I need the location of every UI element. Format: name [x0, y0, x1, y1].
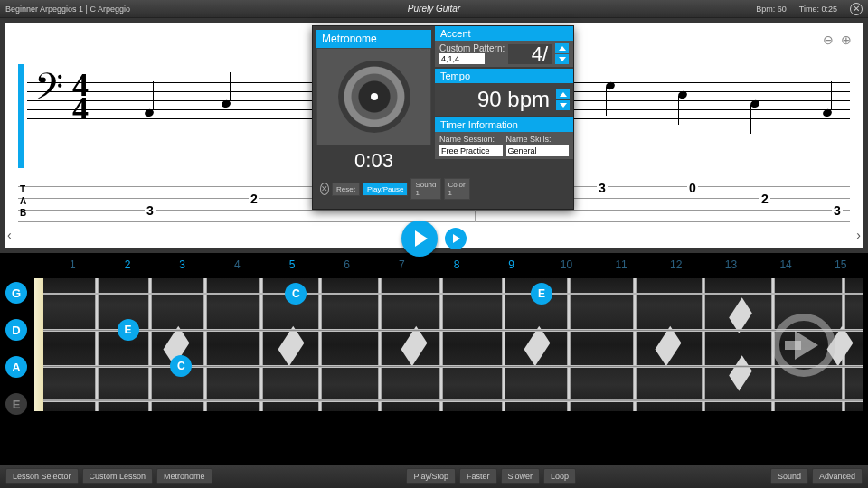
metronome-reset-button[interactable]: Reset: [332, 183, 360, 196]
custom-lesson-button[interactable]: Custom Lesson: [82, 468, 154, 484]
accent-display: 4/: [508, 44, 552, 64]
fret-note: E: [118, 319, 139, 341]
tempo-header: Tempo: [435, 69, 573, 83]
loop-button[interactable]: Loop: [543, 468, 576, 484]
fret-note: C: [285, 283, 307, 305]
zoom-in-icon[interactable]: ⊕: [839, 33, 854, 47]
string-label-g[interactable]: G: [5, 282, 27, 304]
accent-up-button[interactable]: [555, 43, 569, 53]
fretboard-section: 1 2 3 4 5 6 7 8 9 10 11 12 13 14 15 G D …: [0, 258, 868, 439]
skills-label: Name Skills:: [506, 135, 570, 144]
metronome-timer: 0:03: [316, 145, 431, 178]
slower-button[interactable]: Slower: [501, 468, 541, 484]
session-label: Name Session:: [439, 135, 503, 144]
lesson-selector-button[interactable]: Lesson Selector: [5, 468, 79, 484]
score-prev-icon[interactable]: ‹: [7, 228, 12, 242]
fret-numbers: 1 2 3 4 5 6 7 8 9 10 11 12 13 14 15: [0, 258, 868, 275]
fret-note: E: [531, 283, 552, 305]
bpm-display: Bpm: 60: [756, 5, 787, 14]
sound-button[interactable]: Sound: [770, 468, 808, 484]
tab-number: 3: [832, 203, 843, 218]
pattern-label: Custom Pattern:: [439, 43, 505, 53]
session-input[interactable]: [439, 145, 503, 156]
tab-number: 3: [145, 203, 156, 218]
next-section-icon[interactable]: [772, 314, 835, 377]
tab-number: 0: [687, 181, 698, 195]
timer-info-header: Timer Information: [435, 117, 573, 132]
tempo-up-button[interactable]: [556, 89, 570, 99]
string-label-d[interactable]: D: [5, 319, 27, 341]
fret-note: C: [170, 355, 192, 377]
zoom-out-icon[interactable]: ⊖: [821, 33, 835, 47]
playhead-bar: [18, 64, 24, 168]
playstop-button[interactable]: Play/Stop: [406, 468, 456, 484]
top-bar: Beginner Arpeggios 1 | C Arpeggio Purely…: [0, 0, 868, 18]
score-next-icon[interactable]: ›: [856, 228, 861, 242]
playback-controls: [401, 221, 467, 257]
guitar-neck: G D A E: [5, 275, 863, 412]
string-label-a[interactable]: A: [5, 356, 27, 378]
time-display: Time: 0:25: [799, 5, 837, 14]
tempo-value: 90 bpm: [439, 87, 553, 112]
play-button[interactable]: [401, 221, 438, 257]
play-half-button[interactable]: [445, 228, 467, 249]
metronome-dial[interactable]: [316, 48, 431, 145]
time-signature: 4 4: [72, 73, 89, 120]
metronome-close-icon[interactable]: ✕: [320, 183, 329, 195]
accent-down-button[interactable]: [555, 54, 569, 64]
advanced-button[interactable]: Advanced: [812, 468, 863, 484]
tempo-down-button[interactable]: [556, 100, 570, 110]
faster-button[interactable]: Faster: [459, 468, 497, 484]
bass-clef: 𝄢: [34, 65, 63, 118]
metronome-panel: Metronome 0:03 ✕ Reset Play/Pause Sound …: [312, 25, 574, 210]
guitar-nut: [34, 278, 43, 411]
metronome-toggle-button[interactable]: Metronome: [156, 468, 212, 484]
tab-number: 3: [597, 181, 608, 195]
pattern-input[interactable]: [439, 53, 485, 64]
close-button[interactable]: ✕: [850, 3, 863, 15]
brand-logo: Purely Guitar: [408, 4, 460, 14]
skills-input[interactable]: [506, 145, 570, 156]
tab-label: T A B: [20, 183, 26, 219]
tab-number: 2: [760, 192, 770, 206]
metronome-header: Metronome: [316, 30, 431, 48]
lesson-title: Beginner Arpeggios 1 | C Arpeggio: [5, 5, 130, 14]
string-label-e[interactable]: E: [5, 393, 27, 415]
bottom-toolbar: Lesson Selector Custom Lesson Metronome …: [0, 465, 868, 488]
tab-number: 2: [249, 192, 259, 206]
metronome-playpause-button[interactable]: Play/Pause: [363, 183, 408, 196]
accent-header: Accent: [435, 26, 573, 41]
